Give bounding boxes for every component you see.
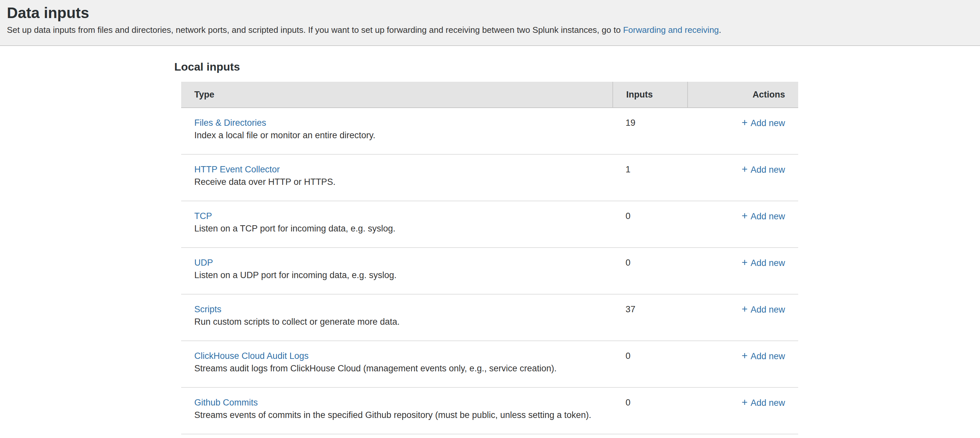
table-row: Files & Directories Index a local file o… <box>181 108 798 154</box>
input-type-link[interactable]: Scripts <box>194 303 612 315</box>
column-header-actions: Actions <box>687 82 798 107</box>
local-inputs-table: Type Inputs Actions Files & Directories … <box>181 82 798 435</box>
input-type-link[interactable]: HTTP Event Collector <box>194 163 612 176</box>
add-new-label: Add new <box>751 117 785 129</box>
plus-icon: + <box>742 163 748 176</box>
type-cell: Files & Directories Index a local file o… <box>181 108 612 154</box>
input-type-description: Listen on a TCP port for incoming data, … <box>194 222 612 235</box>
inputs-count-cell: 0 <box>612 248 687 294</box>
plus-icon: + <box>742 396 748 409</box>
input-type-link[interactable]: Github Commits <box>194 396 612 409</box>
inputs-count: 19 <box>625 118 635 128</box>
add-new-label: Add new <box>751 164 785 176</box>
page-subtitle: Set up data inputs from files and direct… <box>7 24 972 35</box>
input-type-description: Listen on a UDP port for incoming data, … <box>194 269 612 281</box>
table-row: UDP Listen on a UDP port for incoming da… <box>181 248 798 295</box>
actions-cell: +Add new <box>687 341 798 387</box>
inputs-count: 0 <box>625 211 630 221</box>
type-cell: TCP Listen on a TCP port for incoming da… <box>181 201 612 247</box>
add-new-button[interactable]: +Add new <box>742 256 785 269</box>
plus-icon: + <box>742 303 748 315</box>
plus-icon: + <box>742 256 748 269</box>
actions-cell: +Add new <box>687 388 798 434</box>
add-new-label: Add new <box>751 210 785 223</box>
type-cell: Scripts Run custom scripts to collect or… <box>181 295 612 341</box>
subtitle-text-before: Set up data inputs from files and direct… <box>7 25 623 35</box>
input-type-description: Run custom scripts to collect or generat… <box>194 315 612 328</box>
input-type-link[interactable]: TCP <box>194 210 612 222</box>
actions-cell: +Add new <box>687 248 798 294</box>
page-title: Data inputs <box>7 4 972 22</box>
input-type-link[interactable]: ClickHouse Cloud Audit Logs <box>194 350 612 362</box>
inputs-count-cell: 19 <box>612 108 687 154</box>
plus-icon: + <box>742 210 748 222</box>
type-cell: ClickHouse Cloud Audit Logs Streams audi… <box>181 341 612 387</box>
type-cell: Github Commits Streams events of commits… <box>181 388 612 434</box>
input-type-description: Index a local file or monitor an entire … <box>194 129 612 142</box>
actions-cell: +Add new <box>687 154 798 201</box>
section-title: Local inputs <box>174 61 980 73</box>
table-header-row: Type Inputs Actions <box>181 82 798 108</box>
input-type-link[interactable]: UDP <box>194 256 612 269</box>
add-new-label: Add new <box>751 397 785 409</box>
inputs-count-cell: 0 <box>612 388 687 434</box>
actions-cell: +Add new <box>687 201 798 247</box>
table-row: Scripts Run custom scripts to collect or… <box>181 295 798 341</box>
inputs-count: 37 <box>625 304 635 314</box>
inputs-count-cell: 1 <box>612 154 687 201</box>
inputs-count: 0 <box>625 398 630 408</box>
input-type-description: Streams audit logs from ClickHouse Cloud… <box>194 362 612 374</box>
page-header: Data inputs Set up data inputs from file… <box>0 0 980 46</box>
content: Local inputs Type Inputs Actions Files &… <box>0 61 980 435</box>
inputs-count-cell: 0 <box>612 201 687 247</box>
add-new-button[interactable]: +Add new <box>742 350 785 363</box>
plus-icon: + <box>742 116 748 129</box>
inputs-count: 0 <box>625 258 630 268</box>
add-new-label: Add new <box>751 303 785 316</box>
forwarding-receiving-link[interactable]: Forwarding and receiving <box>623 25 719 35</box>
inputs-count: 1 <box>625 164 630 174</box>
add-new-button[interactable]: +Add new <box>742 396 785 409</box>
type-cell: HTTP Event Collector Receive data over H… <box>181 154 612 201</box>
input-type-description: Streams events of commits in the specifi… <box>194 409 612 421</box>
table-body: Files & Directories Index a local file o… <box>181 108 798 435</box>
actions-cell: +Add new <box>687 108 798 154</box>
add-new-button[interactable]: +Add new <box>742 163 785 176</box>
column-header-type: Type <box>181 82 612 107</box>
add-new-label: Add new <box>751 350 785 363</box>
input-type-link[interactable]: Files & Directories <box>194 116 612 129</box>
actions-cell: +Add new <box>687 295 798 341</box>
inputs-count-cell: 0 <box>612 341 687 387</box>
plus-icon: + <box>742 350 748 362</box>
add-new-button[interactable]: +Add new <box>742 303 785 316</box>
inputs-count-cell: 37 <box>612 295 687 341</box>
column-header-inputs: Inputs <box>612 82 687 107</box>
table-row: TCP Listen on a TCP port for incoming da… <box>181 201 798 248</box>
table-row: Github Commits Streams events of commits… <box>181 388 798 435</box>
input-type-description: Receive data over HTTP or HTTPS. <box>194 176 612 188</box>
table-row: ClickHouse Cloud Audit Logs Streams audi… <box>181 341 798 388</box>
type-cell: UDP Listen on a UDP port for incoming da… <box>181 248 612 294</box>
table-row: HTTP Event Collector Receive data over H… <box>181 154 798 201</box>
subtitle-text-after: . <box>719 25 721 35</box>
inputs-count: 0 <box>625 351 630 361</box>
add-new-button[interactable]: +Add new <box>742 116 785 129</box>
add-new-label: Add new <box>751 257 785 269</box>
add-new-button[interactable]: +Add new <box>742 210 785 223</box>
